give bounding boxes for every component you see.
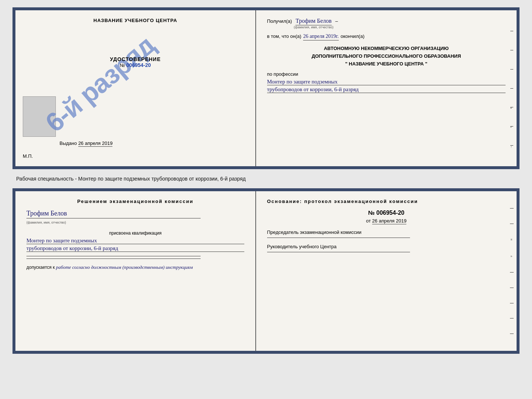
bottom-name-sublabel: (фамилия, имя, отчество) — [26, 221, 66, 224]
cert-no-label: № — [120, 63, 125, 68]
org-line1: АВТОНОМНУЮ НЕКОММЕРЧЕСКУЮ ОРГАНИЗАЦИЮ — [267, 45, 506, 53]
director-label: Руководитель учебного Центра — [267, 243, 506, 250]
profession-line1: Монтер по защите подземных — [267, 79, 506, 85]
completed-date: 26 апреля 2019г. — [303, 33, 339, 40]
issued-label: Выдано — [60, 140, 77, 146]
qualification-line2: трубопроводов от коррозии, 6-й разряд — [26, 245, 244, 252]
name-block-bottom: Трофим Белов (фамилия, имя, отчество) — [26, 210, 244, 225]
recipient-name: Трофим Белов — [295, 18, 331, 25]
diagonal-stamp: 6-й разряд — [45, 32, 155, 135]
basis-header: Основание: протокол экзаменационной коми… — [267, 199, 506, 204]
allowed-label: допускается к — [26, 265, 55, 270]
bottom-cert-left: Решением экзаменационной комиссии Трофим… — [15, 191, 256, 351]
stamp-text: 6-й разряд — [40, 30, 160, 138]
profession-label: по профессии — [267, 71, 506, 77]
top-certificate: НАЗВАНИЕ УЧЕБНОГО ЦЕНТРА 6-й разряд УДОС… — [12, 7, 520, 169]
issued-date-value: 26 апреля 2019 — [78, 140, 113, 147]
from-label: от — [366, 218, 371, 224]
decision-header: Решением экзаменационной комиссии — [26, 199, 244, 204]
blank-line-2 — [26, 259, 201, 259]
qualification-line1: Монтер по защите подземных — [26, 238, 244, 244]
mp-label: М.П. — [23, 153, 33, 159]
blank-line-1 — [26, 256, 201, 256]
received-label: Получил(а) — [267, 18, 292, 24]
director-signature-line — [267, 252, 410, 252]
dash-top: – — [335, 18, 338, 24]
profession-line2: трубопроводов от коррозии, 6-й разряд — [267, 86, 506, 93]
org-block: АВТОНОМНУЮ НЕКОММЕРЧЕСКУЮ ОРГАНИЗАЦИЮ ДО… — [267, 45, 506, 68]
decorative-lines-right: и а ← — [509, 10, 517, 166]
in-that-label: в том, что он(а) — [267, 33, 301, 39]
from-date-value: 26 апреля 2019 — [372, 218, 407, 224]
cert-no: 006954-20 — [126, 62, 151, 68]
committee-signature-line — [267, 238, 410, 238]
cert-title: УДОСТОВЕРЕНИЕ — [110, 56, 161, 62]
committee-head-label: Председатель экзаменационной комиссии — [267, 229, 506, 236]
bottom-cert-right: Основание: протокол экзаменационной коми… — [256, 191, 517, 351]
school-name-top: НАЗВАНИЕ УЧЕБНОГО ЦЕНТРА — [93, 18, 177, 23]
from-date: от 26 апреля 2019 — [267, 218, 506, 224]
in-that-line: в том, что он(а) 26 апреля 2019г. окончи… — [267, 33, 506, 40]
allowed-handwritten: работе согласно должностным (производств… — [56, 264, 193, 270]
org-line2: ДОПОЛНИТЕЛЬНОГО ПРОФЕССИОНАЛЬНОГО ОБРАЗО… — [267, 53, 506, 60]
recipient-sublabel: (фамилия, имя, отчество) — [294, 25, 334, 29]
received-line: Получил(а) Трофим Белов (фамилия, имя, о… — [267, 18, 506, 29]
bottom-certificate: Решением экзаменационной комиссии Трофим… — [12, 188, 520, 354]
decorative-right-bottom: и а — [507, 191, 517, 351]
completed-label: окончил(а) — [341, 33, 364, 39]
bottom-name: Трофим Белов — [26, 210, 201, 218]
top-cert-right: Получил(а) Трофим Белов (фамилия, имя, о… — [256, 10, 517, 166]
issued-date: Выдано 26 апреля 2019 — [60, 140, 112, 146]
org-line3: " НАЗВАНИЕ УЧЕБНОГО ЦЕНТРА " — [267, 60, 506, 68]
cert-number-block: УДОСТОВЕРЕНИЕ № 006954-20 — [110, 56, 161, 68]
specialty-text: Рабочая специальность - Монтер по защите… — [12, 173, 520, 185]
qualification-assigned-label: присвоена квалификация — [26, 231, 244, 236]
allowed-text: допускается к работе согласно должностны… — [26, 264, 244, 270]
top-cert-left: НАЗВАНИЕ УЧЕБНОГО ЦЕНТРА 6-й разряд УДОС… — [15, 10, 256, 166]
protocol-number: № 006954-20 — [267, 210, 506, 216]
